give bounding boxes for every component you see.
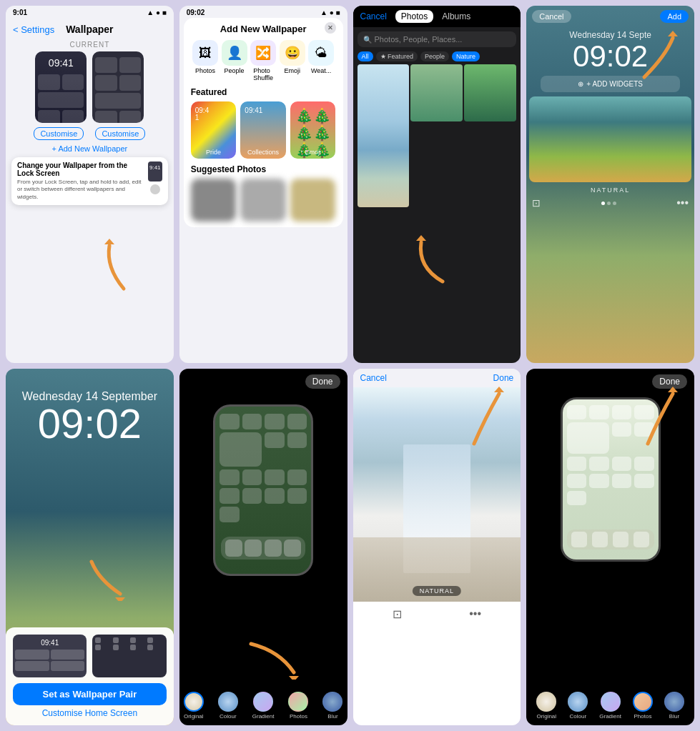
home-widgets [92,54,144,123]
style2-original-circle [536,692,556,712]
dock-icon-3 [265,539,282,557]
cancel-btn-3[interactable]: Cancel [360,11,387,21]
pw-4 [51,661,85,671]
search-bar[interactable]: 🔍 Photos, People, Places... [358,31,517,47]
add-widgets-btn[interactable]: ⊕ + ADD WIDGETS [541,76,680,92]
home-widget-1 [95,57,117,73]
pair-time: 09:02 [6,403,174,444]
sheet-title: Add New Wallpaper ✕ [191,24,336,34]
featured-section-label: Featured [191,87,336,97]
lock-widgets [35,71,87,123]
style-gradient[interactable]: Gradient [252,692,275,720]
featured-pride[interactable]: 09:41 Pride [191,101,237,159]
home-app-grid [220,414,307,522]
customise-home-link[interactable]: Customise Home Screen [13,708,167,718]
cell-lock-natural: Cancel Add Wednesday 14 Septe 09:02 ⊕ + … [526,6,694,363]
photos-tab[interactable]: Photos [395,10,433,23]
photo-overlay-icon[interactable]: ⊡ [393,607,402,621]
people-icon-label: People [225,67,245,74]
style-gradient-label: Gradient [252,713,275,720]
dock-icon-2 [245,539,262,557]
photo-aerial1[interactable] [410,64,463,121]
style-original[interactable]: Original [184,692,204,720]
style2-colour[interactable]: Colour [568,692,588,720]
cell-wallpaper-pair: Wednesday 14 September 09:02 09:41 [6,369,174,726]
icon-people[interactable]: 👤 People [222,40,247,81]
style2-original[interactable]: Original [536,692,556,720]
photo-view-bottom: ⊡ ••• [353,602,521,627]
photo-aerial2[interactable] [464,64,516,121]
add-btn-4[interactable]: Add [660,10,689,23]
back-button-1[interactable]: < Settings [13,24,54,35]
style-original-label: Original [184,713,204,720]
filter-people[interactable]: People [420,51,449,61]
customise-buttons: Customise Customise [6,127,174,140]
style-photos[interactable]: Photos [288,692,308,720]
style-blur[interactable]: Blur [322,692,342,720]
suggested-3[interactable] [290,179,336,222]
shuffle-icon-circle: 🔀 [250,40,276,66]
widget-1 [38,74,60,90]
widget-3 [38,92,84,108]
add-new-wallpaper-btn[interactable]: + Add New Wallpaper [6,144,174,153]
style2-photos[interactable]: Photos [633,692,653,720]
style-photos-label: Photos [290,713,307,720]
pw-3 [15,661,49,671]
filter-featured[interactable]: ★ Featured [376,51,418,61]
set-wallpaper-pair-btn[interactable]: Set as Wallpaper Pair [13,683,167,705]
suggested-1[interactable] [191,179,237,222]
widget-5 [62,110,84,123]
widget-2 [62,74,84,90]
cancel-btn-4[interactable]: Cancel [532,10,571,23]
pair-home-thumb [92,635,166,677]
collections-time: 09:41 [245,107,262,114]
photo-waterfall[interactable] [358,64,410,207]
page-dots [601,202,616,205]
svg-marker-4 [289,676,299,680]
photo-more-icon[interactable]: ••• [469,607,481,621]
pair-home-icons [92,635,166,653]
photos-icon-label: Photos [195,67,215,74]
status-icons-1: ▲ ● ■ [147,9,167,16]
style-original-circle [184,692,204,712]
customise-home-btn[interactable]: Customise [95,127,145,140]
done-btn-8[interactable]: Done [652,374,687,389]
style2-photos-circle [633,692,653,712]
customise-lock-btn[interactable]: Customise [34,127,84,140]
filter-row: All ★ Featured People Nature [353,51,521,64]
cell-home-customise: Done [179,369,347,726]
style2-blur[interactable]: Blur [664,692,684,720]
pair-lock-widgets [13,648,87,672]
tooltip-title: Change your Wallpaper from the Lock Scre… [17,161,144,177]
tooltip-mini-thumb: 9:41 [148,161,162,181]
dock-icon-4 [284,539,301,557]
more-icon[interactable]: ••• [676,197,689,209]
icon-shuffle[interactable]: 🔀 PhotoShuffle [250,40,276,81]
icon-weather[interactable]: 🌤 Weat... [308,40,334,81]
lock-screen-thumb[interactable]: 09:41 [35,51,87,123]
wallpaper-type-icons: 🖼 Photos 👤 People 🔀 PhotoShuffle 😀 Emoji… [191,40,336,81]
cancel-btn-7[interactable]: Cancel [360,373,387,383]
lock-time: 09:02 [526,41,694,71]
home-screen-thumb[interactable] [92,51,144,123]
filter-nature[interactable]: Nature [452,51,480,61]
style-bar-8: Original Colour Gradient Photos Blur [526,692,694,720]
cell-photo-view: Cancel Done NATURAL ⊡ ••• [353,369,521,726]
done-btn-7[interactable]: Done [493,373,514,383]
featured-emoji[interactable]: 🎄🎄🎄🎄🎄🎄 Emoji [290,101,336,159]
filter-all[interactable]: All [358,51,373,61]
cell-wallpaper-settings: 9:01 ▲ ● ■ < Settings Wallpaper CURRENT … [6,6,174,363]
featured-collections[interactable]: 09:41 Collections [240,101,286,159]
albums-tab[interactable]: Albums [436,10,476,23]
style2-blur-label: Blur [669,713,679,720]
icon-photos[interactable]: 🖼 Photos [192,40,218,81]
suggested-2[interactable] [240,179,286,222]
style-colour[interactable]: Colour [218,692,238,720]
arrow-1 [92,239,134,299]
pair-lock-time: 09:41 [13,639,87,647]
dot-1 [601,202,605,205]
icon-emoji[interactable]: 😀 Emoji [280,40,305,81]
style2-gradient[interactable]: Gradient [599,692,621,720]
done-btn-6[interactable]: Done [305,374,340,389]
close-button[interactable]: ✕ [325,22,336,34]
